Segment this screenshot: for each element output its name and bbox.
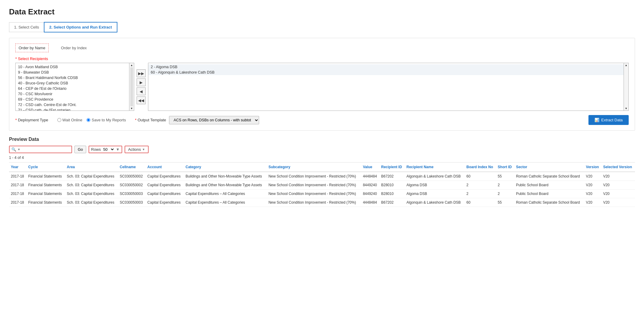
cell-recipient_id: B28010 <box>379 190 404 198</box>
col-value: Value <box>361 162 379 172</box>
order-by-name-tab[interactable]: Order by Name <box>15 44 49 52</box>
select-recipients-label: * Select Recipients <box>15 56 629 61</box>
selected-scroll-down: ▼ <box>624 107 628 111</box>
list-item[interactable]: 72 - CSD cath. Centre-Est de l'Ont. <box>16 102 129 108</box>
wait-online-label[interactable]: Wait Online <box>57 118 83 122</box>
col-recipient-id: Recipient ID <box>379 162 404 172</box>
cell-cycle: Financial Statements <box>26 190 65 198</box>
cell-cellname: SC030050003 <box>118 198 146 207</box>
table-row: 2017-18Financial StatementsSch. 03: Capi… <box>9 198 635 207</box>
actions-dropdown[interactable]: Actions ▼ <box>125 146 149 153</box>
transfer-all-right-btn[interactable]: ▶▶ <box>137 69 146 77</box>
cell-cellname: SC030050002 <box>118 181 146 190</box>
rows-box: Rows 5025100 ▼ <box>89 146 122 153</box>
available-list[interactable]: 10 - Avon Maitland DSB9 - Bluewater DSB5… <box>15 63 129 111</box>
table-row: 2017-18Financial StatementsSch. 03: Capi… <box>9 181 635 190</box>
rows-select[interactable]: 5025100 <box>102 147 115 152</box>
col-category: Category <box>184 162 267 172</box>
save-to-reports-label[interactable]: Save to My Reports <box>86 118 126 122</box>
deployment-radio-group: Wait Online Save to My Reports <box>57 118 126 122</box>
list-item[interactable]: 9 - Bluewater DSB <box>16 70 129 75</box>
cell-category: Buildings and Other Non-Moveable Type As… <box>184 172 267 181</box>
cell-year: 2017-18 <box>9 198 26 207</box>
scroll-up-icon: ▲ <box>129 63 134 67</box>
list-item[interactable]: 40 - Bruce-Grey Catholic DSB <box>16 80 129 86</box>
cell-short_id: 2 <box>496 181 514 190</box>
cell-selected_version: V20 <box>601 198 635 207</box>
col-cycle: Cycle <box>26 162 65 172</box>
cell-sector: Public School Board <box>514 190 584 198</box>
options-row: * Deployment Type Wait Online Save to My… <box>15 115 629 125</box>
cell-board_index_no: 60 <box>465 198 496 207</box>
recipient-transfer-box: 10 - Avon Maitland DSB9 - Bluewater DSB5… <box>15 63 629 111</box>
cell-recipient_id: B67202 <box>379 172 404 181</box>
actions-chevron-icon: ▼ <box>142 148 145 151</box>
col-selected-version: Selected Version <box>601 162 635 172</box>
cell-version: V20 <box>584 198 601 207</box>
selected-list[interactable]: 2 - Algoma DSB60 - Algonquin & Lakeshore… <box>148 63 624 111</box>
cell-year: 2017-18 <box>9 172 26 181</box>
list-item[interactable]: 60 - Algonquin & Lakeshore Cath DSB <box>148 70 624 75</box>
tab-bar: 1. Select Cells 2. Select Options and Ru… <box>9 22 635 32</box>
cell-value: 4448484 <box>361 172 379 181</box>
output-template-select[interactable]: ACS on Rows, DSBs on Columns - with subt… <box>169 116 259 124</box>
list-item[interactable]: 2 - Algoma DSB <box>148 64 624 70</box>
col-subcategory: Subcategory <box>267 162 361 172</box>
cell-area: Sch. 03: Capital Expenditures <box>65 198 118 207</box>
list-item[interactable]: 64 - CEP de l'Est de l'Ontario <box>16 86 129 91</box>
cell-short_id: 55 <box>496 172 514 181</box>
save-to-reports-radio[interactable] <box>86 118 90 122</box>
cell-year: 2017-18 <box>9 190 26 198</box>
preview-toolbar: 🔍 ▼ Go Rows 5025100 ▼ Actions ▼ <box>9 146 635 153</box>
list-item[interactable]: 70 - CSC MonAvenir <box>16 91 129 97</box>
deployment-label: * Deployment Type <box>15 118 48 122</box>
rows-label: Rows <box>91 147 101 152</box>
transfer-left-btn[interactable]: ◀ <box>137 87 146 95</box>
header-row: Year Cycle Area Cellname Account Categor… <box>9 162 635 172</box>
cell-cellname: SC030050002 <box>118 172 146 181</box>
col-short-id: Short ID <box>496 162 514 172</box>
tab-select-options[interactable]: 2. Select Options and Run Extract <box>44 22 117 32</box>
page-title: Data Extract <box>9 7 635 17</box>
table-row: 2017-18Financial StatementsSch. 03: Capi… <box>9 190 635 198</box>
extract-data-button[interactable]: 📊 Extract Data <box>588 115 629 125</box>
available-list-wrapper: 10 - Avon Maitland DSB9 - Bluewater DSB5… <box>15 63 134 111</box>
output-template-label: * Output Template <box>135 118 166 122</box>
search-chevron-icon[interactable]: ▼ <box>17 148 20 151</box>
cell-short_id: 55 <box>496 198 514 207</box>
search-input[interactable] <box>22 147 70 152</box>
required-star: * <box>15 56 18 61</box>
selected-list-scrollbar[interactable]: ▲ ▼ <box>624 63 629 111</box>
transfer-right-btn[interactable]: ▶ <box>137 78 146 86</box>
cell-cellname: SC030050003 <box>118 190 146 198</box>
cell-version: V20 <box>584 190 601 198</box>
selected-scroll-up: ▲ <box>624 63 628 67</box>
transfer-all-left-btn[interactable]: ◀◀ <box>137 96 146 104</box>
cell-selected_version: V20 <box>601 190 635 198</box>
available-list-scrollbar[interactable]: ▲ ▼ <box>129 63 134 111</box>
col-account: Account <box>146 162 184 172</box>
list-item[interactable]: 10 - Avon Maitland DSB <box>16 64 129 70</box>
tab-select-cells[interactable]: 1. Select Cells <box>9 22 44 32</box>
output-template-group: * Output Template ACS on Rows, DSBs on C… <box>135 116 259 124</box>
cell-category: Capital Expenditures – All Categories <box>184 190 267 198</box>
scroll-down-icon: ▼ <box>129 107 134 111</box>
cell-recipient_name: Algoma DSB <box>405 181 465 190</box>
preview-table: Year Cycle Area Cellname Account Categor… <box>9 162 635 207</box>
wait-online-radio[interactable] <box>57 118 61 122</box>
list-item[interactable]: 69 - CSC Providence <box>16 97 129 102</box>
order-by-index-tab[interactable]: Order by Index <box>58 44 90 52</box>
options-card: Order by Name Order by Index * Select Re… <box>9 38 635 131</box>
search-box: 🔍 ▼ <box>9 146 72 153</box>
cell-value: 8449240 <box>361 190 379 198</box>
actions-label: Actions <box>128 147 141 152</box>
cell-account: Capital Expenditures <box>146 198 184 207</box>
cell-category: Buildings and Other Non-Moveable Type As… <box>184 181 267 190</box>
cell-version: V20 <box>584 181 601 190</box>
list-item[interactable]: 56 - Brant Haldimand Norfolk CDSB <box>16 75 129 80</box>
cell-area: Sch. 03: Capital Expenditures <box>65 190 118 198</box>
list-item[interactable]: 71 - CSD cath. de l'Est ontarien <box>16 108 129 111</box>
cell-cycle: Financial Statements <box>26 198 65 207</box>
go-button[interactable]: Go <box>74 146 86 153</box>
table-body: 2017-18Financial StatementsSch. 03: Capi… <box>9 172 635 207</box>
